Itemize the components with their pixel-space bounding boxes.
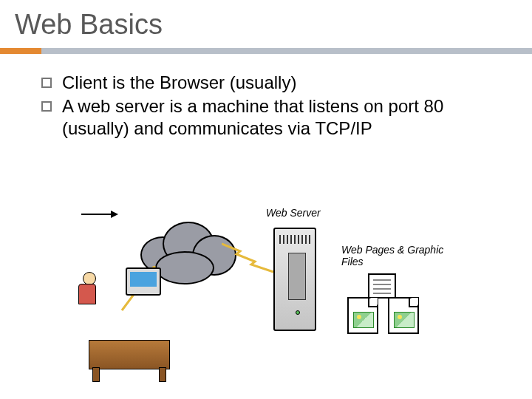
slide-title: Web Basics <box>0 0 532 44</box>
bullet-item: A web server is a machine that listens o… <box>41 95 502 140</box>
monitor-icon <box>126 267 161 296</box>
server-label: Web Server <box>266 207 321 219</box>
bullet-list: Client is the Browser (usually) A web se… <box>0 54 532 140</box>
connection-line-icon <box>222 236 281 281</box>
image-file-icon <box>347 297 378 334</box>
underline-accent <box>0 48 41 54</box>
svg-marker-1 <box>111 211 118 218</box>
web-server-icon <box>273 228 316 331</box>
image-file-icon <box>388 297 419 334</box>
underline-rest <box>41 48 532 54</box>
files-label: Web Pages & Graphic Files <box>341 244 452 267</box>
title-underline <box>0 48 532 54</box>
arrow-icon <box>81 207 118 222</box>
document-file-icon <box>368 273 396 299</box>
diagram: Web Server Web Pages & Graphic Files <box>81 207 451 377</box>
files-group-icon <box>347 273 436 362</box>
client-user-icon <box>81 296 177 369</box>
bullet-item: Client is the Browser (usually) <box>41 72 502 94</box>
